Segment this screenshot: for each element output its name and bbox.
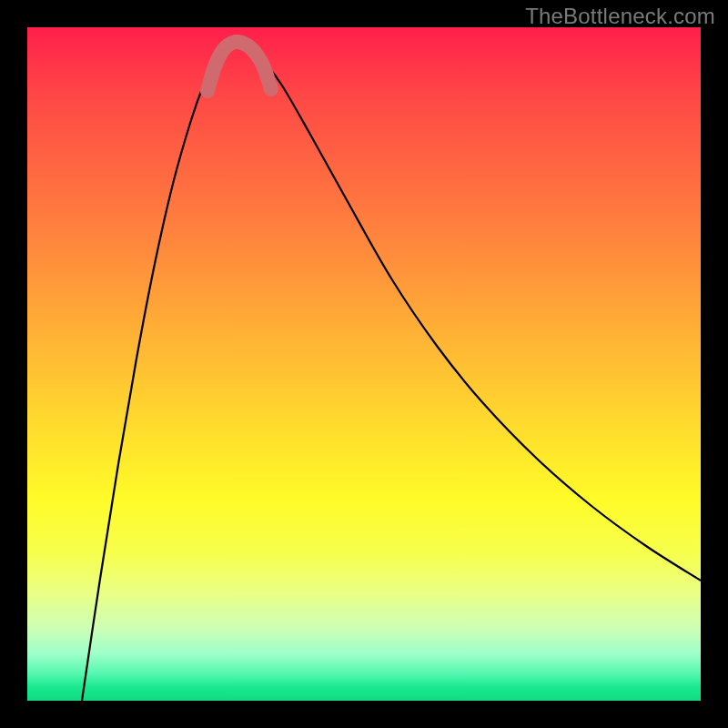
- chart-frame: TheBottleneck.com: [0, 0, 728, 728]
- plot-area: [27, 27, 701, 701]
- series-right-branch: [257, 55, 701, 581]
- curve-layer: [27, 27, 701, 701]
- series-trough-highlight: [207, 42, 271, 91]
- series-left-branch: [82, 55, 220, 701]
- watermark-text: TheBottleneck.com: [525, 4, 715, 29]
